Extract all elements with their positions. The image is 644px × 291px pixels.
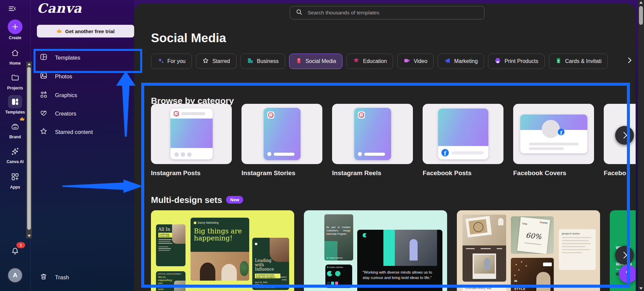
templates-icon xyxy=(40,53,48,62)
mini-notes-card: project notes xyxy=(559,229,596,270)
social-media-icon xyxy=(296,57,302,65)
category-label: Facebook Posts xyxy=(423,169,472,177)
sidebar-item-home[interactable]: Home xyxy=(0,46,30,66)
category-card-facebook-posts[interactable] xyxy=(423,104,503,164)
apps-grid-icon xyxy=(8,170,22,184)
chip-video[interactable]: Video xyxy=(397,54,434,69)
panel-scrollbar[interactable] xyxy=(26,62,32,238)
chip-print-products[interactable]: Print Products xyxy=(488,54,544,69)
chip-label: Marketing xyxy=(454,58,478,64)
canva-app-window: Create Home Projects xyxy=(0,0,644,291)
window-scrollbar[interactable] xyxy=(638,0,644,291)
scrollbar-thumb[interactable] xyxy=(27,67,31,230)
sidebar-item-canva-ai[interactable]: Canva AI xyxy=(0,145,30,164)
notes-title: project notes xyxy=(562,232,593,235)
category-chip-row: For you Starred Business Social Media xyxy=(151,54,608,69)
chip-for-you[interactable]: For you xyxy=(151,54,192,69)
bell-icon: 1 xyxy=(8,244,22,258)
canva-logo[interactable]: Canva xyxy=(37,1,82,16)
star-icon xyxy=(40,127,48,137)
mini-poster-quote: "Working with diverse minds allows us to… xyxy=(357,230,442,291)
sparkles-icon xyxy=(8,145,22,158)
video-camera-icon xyxy=(404,57,410,65)
notifications-button[interactable]: 1 xyxy=(0,244,30,258)
sidebar-item-brand[interactable]: co Brand xyxy=(0,120,30,139)
scroll-up-arrow[interactable] xyxy=(639,1,643,4)
free-trial-button[interactable]: Get another free trial xyxy=(37,25,134,38)
category-label: Instagram Posts xyxy=(151,169,201,177)
instagram-reel-mock xyxy=(354,108,391,160)
plus-icon xyxy=(8,19,22,34)
brand-logo-mark xyxy=(327,267,328,268)
chip-label: Cards & Invitati xyxy=(565,58,601,64)
photo-thumbnail xyxy=(172,224,185,244)
templates-panel: Canva Get another free trial Templates xyxy=(30,0,134,291)
scroll-up-arrow[interactable] xyxy=(28,63,31,65)
scroll-down-arrow[interactable] xyxy=(639,287,643,290)
panel-item-label: Graphics xyxy=(55,92,77,98)
instagram-story-mock xyxy=(264,108,301,160)
category-card-instagram-posts[interactable] xyxy=(151,104,232,164)
mini-style-card: IN STYLE xyxy=(511,258,554,291)
decor xyxy=(383,230,395,266)
chips-scroll-right-icon[interactable] xyxy=(627,58,632,64)
sidebar-item-projects[interactable]: Projects xyxy=(0,71,30,90)
chip-education[interactable]: Education xyxy=(346,54,393,69)
crown-icon xyxy=(19,117,25,122)
multi-design-set-creative[interactable]: Be part of Creative Collective's Design … xyxy=(304,210,447,291)
decor xyxy=(335,271,340,276)
sidebar-item-create[interactable]: Create xyxy=(0,19,30,40)
decor xyxy=(543,263,552,266)
multi-design-set-marketing[interactable]: All In Leadership Forum 2030 Savvy Marke… xyxy=(151,210,294,291)
account-avatar[interactable]: A xyxy=(0,267,30,283)
panel-item-starred-content[interactable]: Starred content xyxy=(30,125,134,139)
collapse-menu-icon[interactable] xyxy=(8,5,17,15)
panel-item-creators[interactable]: Creators xyxy=(30,106,134,121)
sidebar-item-apps[interactable]: Apps xyxy=(0,170,30,190)
multi-design-set-crochet[interactable]: Cozy Crochet 60% IN STYLE project notes xyxy=(457,210,600,291)
scroll-down-arrow[interactable] xyxy=(28,235,31,237)
discount-value: 60% xyxy=(521,231,546,241)
brand-logo-mark xyxy=(326,257,328,259)
category-card-facebook-covers[interactable] xyxy=(513,104,594,164)
trash-icon xyxy=(40,273,48,282)
panel-item-label: Starred content xyxy=(55,129,93,135)
brand-logo-mark xyxy=(255,243,257,245)
chip-social-media[interactable]: Social Media xyxy=(289,54,343,69)
slip-label: Crochet xyxy=(540,221,547,224)
templates-icon xyxy=(8,95,22,108)
mini-brand-board: Creative Collective xyxy=(325,265,352,288)
announce-label: OFFICIAL ANNOUNCEMENT xyxy=(158,273,183,275)
sidebar-item-templates[interactable]: Templates xyxy=(0,95,30,115)
main-content: Social Media For you Starred Business xyxy=(134,3,636,291)
crown-icon xyxy=(56,28,62,34)
panel-item-graphics[interactable]: Graphics xyxy=(30,88,134,102)
trash-item[interactable]: Trash xyxy=(30,270,134,285)
search-input[interactable] xyxy=(307,9,479,16)
home-icon xyxy=(8,46,22,60)
panel-item-photos[interactable]: Photos xyxy=(30,69,134,84)
megaphone-icon xyxy=(444,57,451,65)
category-card-instagram-stories[interactable] xyxy=(241,104,322,164)
trash-label: Trash xyxy=(55,274,69,281)
scrollbar-thumb[interactable] xyxy=(639,6,643,25)
chip-marketing[interactable]: Marketing xyxy=(438,54,484,69)
building-icon xyxy=(247,57,254,65)
multi-design-heading-text: Multi-design sets xyxy=(151,195,222,205)
chip-label: Social Media xyxy=(306,58,336,64)
brand-name: Savvy Marketing xyxy=(198,221,219,224)
panel-item-templates[interactable]: Templates xyxy=(30,50,134,65)
multi-scroll-right-button[interactable] xyxy=(615,246,634,265)
template-search-bar[interactable] xyxy=(290,6,484,19)
avatar: A xyxy=(7,267,23,283)
chip-cards-invitations[interactable]: Cards & Invitati xyxy=(549,54,608,69)
panel-item-label: Creators xyxy=(55,111,76,117)
browse-scroll-right-button[interactable] xyxy=(615,126,634,145)
mini-caption-card: Crochet every day xyxy=(463,285,506,291)
category-card-instagram-reels[interactable] xyxy=(332,104,413,164)
instagram-icon xyxy=(268,113,273,118)
chip-business[interactable]: Business xyxy=(240,54,285,69)
chip-starred[interactable]: Starred xyxy=(196,54,236,69)
star-icon xyxy=(202,57,209,65)
help-button[interactable]: ? xyxy=(619,265,636,283)
